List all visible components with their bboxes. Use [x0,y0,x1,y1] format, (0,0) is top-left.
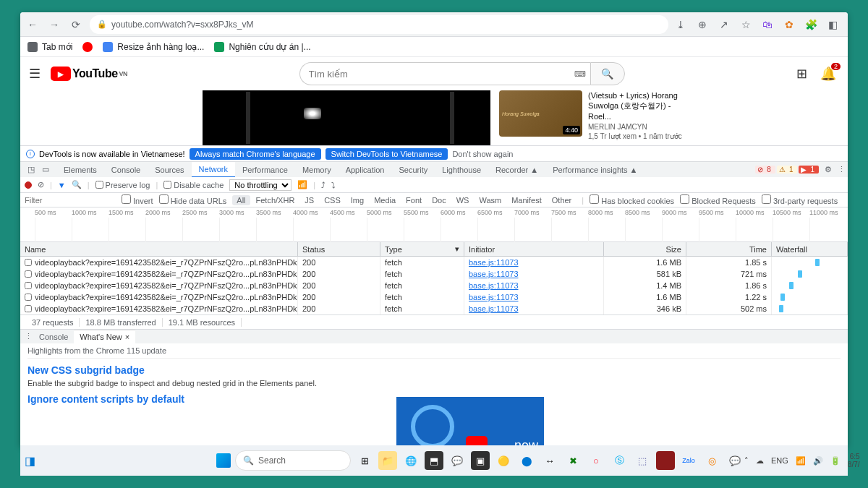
filter-input[interactable] [23,194,116,206]
youtube-logo[interactable]: ▶ YouTube VN [51,67,127,81]
taskview-icon[interactable]: ⊞ [355,451,374,470]
devtools-tab[interactable]: Memory [295,162,339,178]
filter-type-pill[interactable]: Manifest [507,195,546,205]
download-icon[interactable]: ⤵ [331,181,336,189]
address-bar[interactable]: 🔒 youtube.com/watch?v=sxx8PJks_vM [90,15,668,34]
filter-type-pill[interactable]: Other [548,195,576,205]
errors-badge[interactable]: ⊘ 8 [755,166,775,174]
network-row[interactable]: videoplayback?expire=1691423582&ei=_r7QZ… [20,303,848,314]
whats-new-tab[interactable]: What's New × [74,330,135,344]
console-tab[interactable]: Console [33,330,74,344]
filter-type-pill[interactable]: WS [452,195,474,205]
wifi-icon[interactable]: 📶 [297,180,307,189]
disable-cache-checkbox[interactable]: Disable cache [163,181,224,189]
onedrive-icon[interactable]: ☁ [756,456,764,466]
opera-icon[interactable]: ○ [587,451,605,470]
app-icon[interactable]: ⬚ [633,451,652,470]
filter-type-pill[interactable]: Wasm [475,195,506,205]
col-time[interactable]: Time [686,242,772,256]
upload-icon[interactable]: ⤴ [321,181,326,189]
match-language-button[interactable]: Always match Chrome's language [190,148,321,160]
battery-icon[interactable]: 🔋 [830,456,841,466]
devtools-tab[interactable]: Sources [148,162,191,178]
taskbar-clock[interactable]: 6:5 8/7/ [848,453,860,468]
warnings-badge[interactable]: ⚠ 1 [777,166,798,174]
app-icon[interactable]: ⬒ [425,451,443,470]
devtools-tab[interactable]: Performance [235,162,295,178]
explorer-icon[interactable]: 📁 [378,451,397,470]
account-icon[interactable]: ◧ [826,18,839,31]
app-icon[interactable]: 💬 [448,451,467,470]
devtools-tab[interactable]: Network [192,162,235,178]
filter-icon[interactable]: ▼ [58,181,66,189]
back-button[interactable]: ← [25,17,41,33]
devtools-tab[interactable]: Security [391,162,435,178]
network-row[interactable]: videoplayback?expire=1691423582&ei=_r7QZ… [20,257,848,268]
app-icon[interactable]: ◎ [702,451,721,470]
hide-data-checkbox[interactable]: Hide data URLs [159,194,227,205]
ext1-icon[interactable]: 🛍 [761,18,774,31]
col-status[interactable]: Status [298,242,380,256]
filter-type-pill[interactable]: JS [300,195,318,205]
bookmark-item[interactable]: Nghiên cứu dự án |... [214,42,310,52]
app-icon[interactable] [656,451,675,470]
xbox-icon[interactable]: ✖ [563,451,582,470]
app-icon[interactable]: ⬤ [517,451,536,470]
throttling-select[interactable]: No throttling [229,179,292,191]
start-button[interactable] [216,453,231,468]
filter-type-pill[interactable]: Fetch/XHR [252,195,299,205]
star-icon[interactable]: ☆ [739,18,752,31]
devtools-tab[interactable]: Lighthouse [435,162,488,178]
bookmark-item[interactable]: Tab mới [27,42,72,52]
video-player[interactable] [203,90,490,145]
preserve-log-checkbox[interactable]: Preserve log [95,181,150,189]
drawer-menu-icon[interactable]: ⋮ [23,332,33,341]
dont-show-link[interactable]: Don't show again [452,150,513,158]
chrome-icon[interactable]: 🟡 [494,451,513,470]
settings-icon[interactable]: ⚙ [822,165,835,174]
filter-type-pill[interactable]: Media [370,195,400,205]
close-icon[interactable]: × [125,333,129,341]
create-icon[interactable]: ⊞ [796,66,807,82]
feature-heading[interactable]: New CSS subgrid badge [27,364,841,376]
devtools-tab[interactable]: Performance insights ▲ [545,162,644,178]
inspect-icon[interactable]: ◳ [25,165,38,174]
network-row[interactable]: videoplayback?expire=1691423582&ei=_r7QZ… [20,268,848,280]
filter-type-pill[interactable]: Img [346,195,368,205]
search-input[interactable] [299,62,570,85]
devtools-tab[interactable]: Console [104,162,148,178]
col-initiator[interactable]: Initiator [464,242,604,256]
devtools-tab[interactable]: Elements [56,162,104,178]
volume-icon[interactable]: 🔊 [813,456,823,466]
more-icon[interactable]: ⋮ [835,165,848,174]
blocked-cookies-checkbox[interactable]: Has blocked cookies [590,194,674,205]
record-button[interactable] [25,181,32,189]
bookmark-item[interactable] [82,42,93,52]
taskbar-search[interactable]: 🔍 Search [235,450,351,471]
clear-button[interactable]: ⊘ [38,180,44,189]
col-size[interactable]: Size [604,242,686,256]
network-row[interactable]: videoplayback?expire=1691423582&ei=_r7QZ… [20,291,848,303]
reload-button[interactable]: ⟳ [68,17,84,33]
install-icon[interactable]: ⤓ [674,18,687,31]
notifications-icon[interactable]: 🔔2 [820,66,836,82]
search-icon[interactable]: 🔍 [72,180,82,189]
filter-type-pill[interactable]: Doc [427,195,451,205]
edge-icon[interactable]: 🌐 [401,451,420,470]
tray-chevron-icon[interactable]: ˄ [744,456,749,466]
col-name[interactable]: Name [20,242,298,256]
teamviewer-icon[interactable]: ↔ [540,451,559,470]
widgets-icon[interactable]: ◨ [25,450,35,471]
invert-checkbox[interactable]: Invert [122,194,153,205]
language-indicator[interactable]: ENG [771,456,788,465]
app-icon[interactable]: 💬 [726,451,744,470]
app-icon[interactable]: ▣ [471,451,490,470]
extensions-icon[interactable]: 🧩 [804,18,817,31]
devtools-tab[interactable]: Application [339,162,392,178]
filter-type-pill[interactable]: CSS [320,195,345,205]
zoom-icon[interactable]: ⊕ [696,18,709,31]
network-row[interactable]: videoplayback?expire=1691423582&ei=_r7QZ… [20,280,848,291]
skype-icon[interactable]: Ⓢ [610,451,629,470]
devtools-tab[interactable]: Recorder ▲ [488,162,545,178]
wifi-icon[interactable]: 📶 [796,456,806,466]
